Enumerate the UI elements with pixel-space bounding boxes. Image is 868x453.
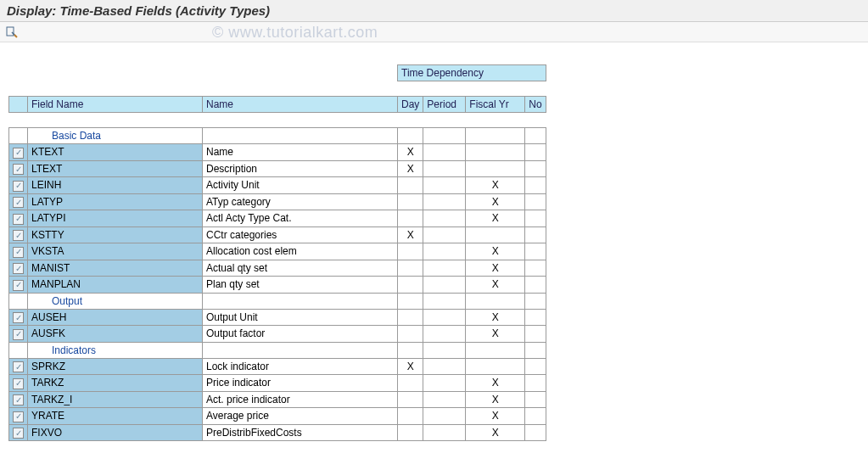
- field-name-cell: LEINH: [28, 177, 203, 194]
- checkbox-checked-icon: ✓: [13, 164, 24, 175]
- checkbox-checked-icon: ✓: [13, 329, 24, 340]
- day-cell: X: [398, 160, 423, 177]
- no-cell: [525, 144, 546, 161]
- checkbox-cell[interactable]: ✓: [9, 358, 28, 375]
- fiscal-cell: X: [466, 424, 525, 441]
- col-header-fiscal-yr: Fiscal Yr: [466, 97, 525, 113]
- field-name-cell: TARKZ: [28, 375, 203, 392]
- fiscal-cell: X: [466, 391, 525, 408]
- fiscal-cell: [466, 358, 525, 375]
- day-cell: [398, 326, 423, 343]
- checkbox-cell[interactable]: ✓: [9, 260, 28, 277]
- field-name-cell: SPRKZ: [28, 358, 203, 375]
- checkbox-checked-icon: ✓: [13, 312, 24, 323]
- field-name-cell: LATYP: [28, 193, 203, 210]
- checkbox-checked-icon: ✓: [13, 214, 24, 225]
- period-cell: [423, 424, 466, 441]
- fiscal-cell: X: [466, 375, 525, 392]
- table-row: ✓TARKZPrice indicatorX: [9, 375, 546, 392]
- fiscal-cell: X: [466, 277, 525, 294]
- fiscal-cell: X: [466, 260, 525, 277]
- field-name-cell: MANPLAN: [28, 277, 203, 294]
- fiscal-cell: [466, 144, 525, 161]
- no-cell: [525, 193, 546, 210]
- day-cell: [398, 375, 423, 392]
- group-header-row: Indicators: [9, 342, 546, 358]
- checkbox-checked-icon: ✓: [13, 197, 24, 208]
- name-cell: Activity Unit: [203, 177, 398, 194]
- table-row: ✓LTEXTDescriptionX: [9, 160, 546, 177]
- checkbox-checked-icon: ✓: [13, 378, 24, 389]
- table-row: ✓MANISTActual qty setX: [9, 260, 546, 277]
- table-row: ✓LATYPIActl Acty Type Cat.X: [9, 210, 546, 227]
- checkbox-checked-icon: ✓: [13, 361, 24, 372]
- name-cell: CCtr categories: [203, 226, 398, 243]
- no-cell: [525, 358, 546, 375]
- name-cell: PreDistribFixedCosts: [203, 424, 398, 441]
- name-cell: Actl Acty Type Cat.: [203, 210, 398, 227]
- fiscal-cell: X: [466, 326, 525, 343]
- name-cell: Price indicator: [203, 375, 398, 392]
- no-cell: [525, 391, 546, 408]
- period-cell: [423, 160, 466, 177]
- checkbox-cell[interactable]: ✓: [9, 177, 28, 194]
- col-header-field-name: Field Name: [28, 97, 203, 113]
- content-area: Time Dependency Field Name Name Day Peri…: [0, 42, 868, 450]
- table-row: ✓LATYPATyp categoryX: [9, 193, 546, 210]
- field-name-cell: AUSFK: [28, 326, 203, 343]
- field-name-cell: FIXVO: [28, 424, 203, 441]
- name-cell: Act. price indicator: [203, 391, 398, 408]
- checkbox-cell[interactable]: ✓: [9, 193, 28, 210]
- watermark: © www.tutorialkart.com: [212, 24, 378, 42]
- fiscal-cell: X: [466, 243, 525, 260]
- table-row: ✓KSTTYCCtr categoriesX: [9, 226, 546, 243]
- no-cell: [525, 160, 546, 177]
- no-cell: [525, 243, 546, 260]
- checkbox-cell[interactable]: ✓: [9, 243, 28, 260]
- col-header-no: No: [525, 97, 546, 113]
- field-name-cell: VKSTA: [28, 243, 203, 260]
- day-cell: X: [398, 226, 423, 243]
- table-row: ✓AUSEHOutput UnitX: [9, 309, 546, 326]
- svg-rect-0: [7, 27, 14, 36]
- period-cell: [423, 375, 466, 392]
- period-cell: [423, 243, 466, 260]
- table-row: ✓VKSTAAllocation cost elemX: [9, 243, 546, 260]
- group-label: Output: [28, 293, 203, 309]
- name-cell: Output factor: [203, 326, 398, 343]
- checkbox-checked-icon: ✓: [13, 230, 24, 241]
- day-cell: [398, 260, 423, 277]
- no-cell: [525, 177, 546, 194]
- checkbox-cell[interactable]: ✓: [9, 326, 28, 343]
- fiscal-cell: [466, 160, 525, 177]
- fiscal-cell: X: [466, 309, 525, 326]
- checkbox-cell[interactable]: ✓: [9, 226, 28, 243]
- day-cell: [398, 391, 423, 408]
- toolbar: © www.tutorialkart.com: [0, 22, 868, 42]
- name-cell: Average price: [203, 408, 398, 425]
- checkbox-cell[interactable]: ✓: [9, 160, 28, 177]
- checkbox-cell[interactable]: ✓: [9, 210, 28, 227]
- no-cell: [525, 424, 546, 441]
- checkbox-cell[interactable]: ✓: [9, 408, 28, 425]
- fiscal-cell: X: [466, 177, 525, 194]
- no-cell: [525, 309, 546, 326]
- checkbox-cell[interactable]: ✓: [9, 424, 28, 441]
- page-title: Display: Time-Based Fields (Activity Typ…: [0, 0, 868, 22]
- day-cell: [398, 309, 423, 326]
- day-cell: [398, 277, 423, 294]
- checkbox-cell[interactable]: ✓: [9, 144, 28, 161]
- col-header-period: Period: [423, 97, 466, 113]
- checkbox-checked-icon: ✓: [13, 181, 24, 192]
- day-cell: [398, 424, 423, 441]
- period-cell: [423, 408, 466, 425]
- maintain-icon[interactable]: [5, 25, 19, 39]
- header-row-1: Time Dependency: [9, 65, 546, 81]
- checkbox-cell[interactable]: ✓: [9, 375, 28, 392]
- checkbox-cell[interactable]: ✓: [9, 309, 28, 326]
- field-name-cell: LTEXT: [28, 160, 203, 177]
- table-row: ✓AUSFKOutput factorX: [9, 326, 546, 343]
- checkbox-cell[interactable]: ✓: [9, 391, 28, 408]
- checkbox-cell: [9, 342, 28, 358]
- checkbox-cell[interactable]: ✓: [9, 277, 28, 294]
